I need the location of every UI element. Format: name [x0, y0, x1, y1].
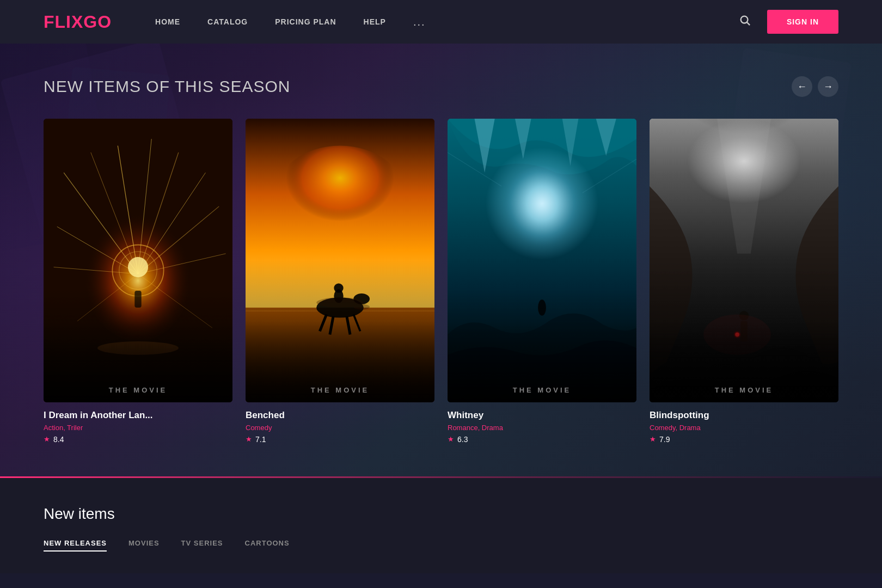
movie-card-4[interactable]: THE MOVIE Blindspotting Comedy, Drama ★ …: [650, 119, 838, 444]
star-icon-3: ★: [448, 435, 454, 443]
rating-value-1: 8.4: [53, 435, 64, 444]
svg-point-54: [703, 314, 771, 354]
movie-title-3: Whitney: [448, 410, 636, 421]
star-icon-4: ★: [650, 435, 656, 443]
movie-poster-4: THE MOVIE: [650, 119, 838, 402]
rating-value-3: 6.3: [457, 435, 468, 444]
svg-point-36: [353, 304, 370, 310]
svg-point-18: [128, 257, 148, 277]
movie-card-1[interactable]: THE MOVIE I Dream in Another Lan... Acti…: [44, 119, 232, 444]
sparks-container: [44, 119, 232, 402]
logo-text-main: FLIX: [44, 12, 83, 32]
poster-inner-1: THE MOVIE: [44, 119, 232, 402]
svg-rect-19: [134, 291, 141, 308]
header-right: SIGN IN: [739, 10, 838, 34]
movie-title-4: Blindspotting: [650, 410, 838, 421]
logo-text-accent: GO: [83, 12, 112, 32]
poster-label-3: THE MOVIE: [448, 386, 636, 394]
nav-help[interactable]: HELP: [364, 17, 386, 26]
svg-rect-50: [740, 321, 747, 341]
svg-line-1: [747, 22, 750, 25]
svg-point-33: [334, 290, 343, 303]
svg-point-28: [353, 293, 370, 304]
svg-point-44: [538, 299, 546, 316]
movie-rating-3: ★ 6.3: [448, 435, 636, 444]
nav-catalog[interactable]: CATALOG: [207, 17, 248, 26]
svg-point-35: [316, 297, 364, 308]
poster-svg-2: [246, 119, 434, 402]
movie-title-1: I Dream in Another Lan...: [44, 410, 232, 421]
movie-title-2: Benched: [246, 410, 434, 421]
poster-label-1: THE MOVIE: [44, 386, 232, 394]
movie-genre-4: Comedy, Drama: [650, 424, 838, 432]
hero-section: NEW ITEMS OF THIS SEASON ← →: [0, 44, 882, 476]
new-items-title: New items: [44, 505, 838, 523]
poster-label-4: THE MOVIE: [650, 386, 838, 394]
poster-inner-2: THE MOVIE: [246, 119, 434, 402]
tab-movies[interactable]: MOVIES: [128, 539, 160, 552]
poster-inner-4: THE MOVIE: [650, 119, 838, 402]
poster-label-2: THE MOVIE: [246, 386, 434, 394]
search-button[interactable]: [739, 14, 751, 29]
site-logo[interactable]: FLIXGO: [44, 12, 112, 32]
prev-arrow[interactable]: ←: [792, 76, 812, 97]
rating-value-4: 7.9: [659, 435, 670, 444]
search-icon: [739, 14, 751, 26]
carousel-nav: ← →: [792, 76, 838, 97]
svg-line-32: [353, 314, 360, 331]
svg-line-29: [320, 314, 326, 331]
svg-point-53: [735, 333, 739, 336]
svg-point-20: [97, 341, 179, 355]
section-header: NEW ITEMS OF THIS SEASON ← →: [44, 76, 838, 97]
signin-button[interactable]: SIGN IN: [767, 10, 838, 34]
movie-genre-3: Romance, Drama: [448, 424, 636, 432]
svg-point-0: [741, 16, 748, 23]
star-icon-2: ★: [246, 435, 252, 443]
movie-rating-1: ★ 8.4: [44, 435, 232, 444]
poster-inner-3: THE MOVIE: [448, 119, 636, 402]
nav-pricing[interactable]: PRICING PLAN: [275, 17, 336, 26]
nav-home[interactable]: HOME: [155, 17, 180, 26]
svg-point-27: [316, 297, 364, 317]
movie-rating-2: ★ 7.1: [246, 435, 434, 444]
tab-tv-series[interactable]: TV SERIES: [181, 539, 223, 552]
svg-point-24: [273, 146, 408, 254]
poster-svg-3: [448, 119, 636, 402]
svg-point-34: [334, 283, 343, 292]
poster-svg-4: [650, 119, 838, 402]
tab-cartoons[interactable]: CARTOONS: [245, 539, 290, 552]
svg-point-43: [495, 166, 590, 274]
movie-poster-1: THE MOVIE: [44, 119, 232, 402]
site-header: FLIXGO HOME CATALOG PRICING PLAN HELP ..…: [0, 0, 882, 44]
svg-point-52: [733, 330, 742, 339]
movie-genre-2: Comedy: [246, 424, 434, 432]
movie-rating-4: ★ 7.9: [650, 435, 838, 444]
movie-card-3[interactable]: THE MOVIE Whitney Romance, Drama ★ 6.3: [448, 119, 636, 444]
svg-line-30: [330, 316, 333, 334]
main-nav: HOME CATALOG PRICING PLAN HELP ...: [155, 16, 739, 28]
new-items-tabs: NEW RELEASES MOVIES TV SERIES CARTOONS: [44, 539, 838, 552]
movie-poster-2: THE MOVIE: [246, 119, 434, 402]
movies-grid: THE MOVIE I Dream in Another Lan... Acti…: [44, 119, 838, 444]
sparks-svg: [44, 119, 232, 402]
section-title-bold: NEW ITEMS: [44, 77, 141, 95]
section-title-light: OF THIS SEASON: [141, 77, 291, 95]
star-icon-1: ★: [44, 435, 50, 443]
new-items-section: New items NEW RELEASES MOVIES TV SERIES …: [0, 478, 882, 573]
svg-line-31: [347, 316, 350, 334]
tab-new-releases[interactable]: NEW RELEASES: [44, 539, 107, 552]
svg-point-51: [739, 311, 749, 320]
movie-genre-1: Action, Triler: [44, 424, 232, 432]
movie-poster-3: THE MOVIE: [448, 119, 636, 402]
rating-value-2: 7.1: [255, 435, 266, 444]
nav-more-button[interactable]: ...: [413, 16, 426, 28]
svg-point-49: [663, 119, 825, 193]
movie-card-2[interactable]: THE MOVIE Benched Comedy ★ 7.1: [246, 119, 434, 444]
next-arrow[interactable]: →: [818, 76, 838, 97]
section-title: NEW ITEMS OF THIS SEASON: [44, 77, 291, 96]
